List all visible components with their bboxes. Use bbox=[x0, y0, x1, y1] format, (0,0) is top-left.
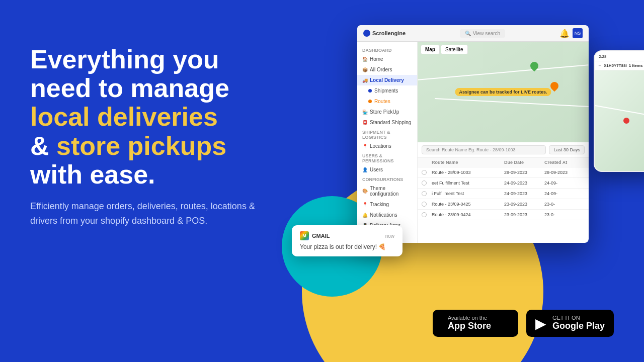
sidebar-item-routes-label: Routes bbox=[374, 99, 390, 104]
sidebar-item-notifications[interactable]: 🔔 Notifications bbox=[357, 210, 417, 220]
routes-table-header: Route Name Due Date Created At bbox=[418, 158, 589, 167]
google-play-text: GET IT ON Google Play bbox=[552, 315, 605, 332]
gmail-message: Your pizza is out for delivery! 🍕 bbox=[300, 243, 394, 250]
table-row[interactable]: Route - 28/09-1003 28-09-2023 28-09-2023 bbox=[418, 167, 589, 178]
google-play-button[interactable]: ▶ GET IT ON Google Play bbox=[526, 310, 614, 337]
sidebar-item-shipments[interactable]: Shipments bbox=[357, 85, 417, 96]
routes-dot bbox=[368, 100, 372, 103]
row-radio[interactable] bbox=[422, 202, 427, 207]
sidebar-item-delivery-label: Local Delivery bbox=[370, 77, 404, 83]
app-store-button[interactable]: Available on the App Store bbox=[433, 310, 518, 337]
sidebar-item-locations-label: Locations bbox=[370, 143, 391, 149]
sidebar-item-store-pickup[interactable]: 🏪 Store PickUp bbox=[357, 107, 417, 117]
gmail-title: M GMAIL bbox=[300, 231, 330, 240]
dashboard-container: Scrollengine 🔍 View search 🔔 NS Dashbo bbox=[357, 25, 624, 243]
col-duedate: Due Date bbox=[504, 160, 544, 165]
locations-icon: 📍 bbox=[362, 144, 367, 149]
sidebar-item-theme-label: Theme configuration bbox=[370, 186, 412, 197]
titlebar-right: 🔔 NS bbox=[559, 28, 583, 38]
sidebar-item-notif-label: Notifications bbox=[370, 212, 397, 218]
sidebar-item-standard-shipping[interactable]: 📮 Standard Shipping bbox=[357, 117, 417, 128]
phone-back-icon[interactable]: ← bbox=[598, 63, 602, 68]
routes-search-input[interactable]: Search Route Name Eg. Route - 28/09-1003 bbox=[422, 145, 546, 154]
phone-map bbox=[595, 70, 644, 171]
sidebar-item-tracking-label: Tracking bbox=[370, 202, 389, 207]
sidebar-item-local-delivery[interactable]: 🚚 Local Delivery bbox=[357, 75, 417, 85]
heading-line5: with ease. bbox=[30, 160, 155, 189]
notification-icon[interactable]: 🔔 bbox=[559, 29, 570, 38]
phone-map-pin bbox=[623, 118, 629, 124]
table-row[interactable]: Route - 23/09-0425 23-09-2023 23-0- bbox=[418, 199, 589, 210]
row-radio[interactable] bbox=[422, 212, 427, 217]
row-due-date: 24-09-2023 bbox=[504, 191, 544, 196]
titlebar-search[interactable]: 🔍 View search bbox=[460, 29, 505, 38]
assignee-banner: Assignee can be tracked for LIVE routes. bbox=[455, 88, 551, 96]
col-checkbox bbox=[422, 160, 432, 165]
row-due-date: 23-09-2023 bbox=[504, 202, 544, 207]
avatar-initials: NS bbox=[575, 31, 581, 36]
sidebar-item-users[interactable]: 👤 Users bbox=[357, 164, 417, 175]
sidebar-item-home-label: Home bbox=[370, 56, 383, 62]
sidebar-item-routes[interactable]: Routes bbox=[357, 96, 417, 107]
app-store-label-large: App Store bbox=[448, 321, 491, 332]
sidebar-item-home[interactable]: 🏠 Home bbox=[357, 54, 417, 64]
table-row[interactable]: i Fulfillment Test 24-09-2023 24-09- bbox=[418, 189, 589, 199]
table-row[interactable]: eet Fulfillment Test 24-09-2023 24-09- bbox=[418, 178, 589, 189]
gmail-notification: M GMAIL now Your pizza is out for delive… bbox=[292, 225, 403, 256]
routes-toolbar: Search Route Name Eg. Route - 28/09-1003… bbox=[418, 142, 589, 158]
sidebar-item-pickup-label: Store PickUp bbox=[370, 109, 399, 115]
dashboard-body: Dashboard 🏠 Home 📦 All Orders 🚚 Local De… bbox=[357, 42, 589, 243]
sidebar-item-locations[interactable]: 📍 Locations bbox=[357, 141, 417, 151]
heading-line4-highlight: store pickups bbox=[56, 131, 226, 160]
phone-items-count: 1 Items bbox=[629, 63, 643, 68]
row-due-date: 24-09-2023 bbox=[504, 180, 544, 186]
row-created-at: 24-09- bbox=[544, 180, 585, 186]
user-avatar: NS bbox=[573, 28, 583, 38]
sidebar-section-config: Configurations bbox=[357, 175, 417, 183]
row-radio[interactable] bbox=[422, 180, 427, 186]
search-icon: 🔍 bbox=[465, 31, 471, 36]
row-radio[interactable] bbox=[422, 170, 427, 175]
sidebar-section-logistics: Shipment & Logistics bbox=[357, 128, 417, 141]
shipments-dot bbox=[368, 89, 372, 93]
sidebar-item-shipments-label: Shipments bbox=[374, 88, 398, 94]
delivery-icon: 🚚 bbox=[362, 78, 367, 83]
app-buttons: Available on the App Store ▶ GET IT ON G… bbox=[433, 310, 614, 337]
map-area: Map Satellite Assignee can be tracked fo… bbox=[418, 42, 589, 142]
sidebar-section-users: Users & Permissions bbox=[357, 151, 417, 164]
background: Everything you need to manage local deli… bbox=[0, 0, 644, 362]
row-due-date: 23-09-2023 bbox=[504, 212, 544, 217]
map-tab-satellite[interactable]: Satellite bbox=[441, 45, 468, 54]
logo-icon bbox=[363, 30, 370, 37]
heading-line1: Everything you bbox=[30, 45, 219, 74]
main-content: Map Satellite Assignee can be tracked fo… bbox=[418, 42, 589, 243]
sidebar-item-all-orders[interactable]: 📦 All Orders bbox=[357, 64, 417, 75]
sidebar-item-theme[interactable]: 🎨 Theme configuration bbox=[357, 183, 417, 199]
phone-time: 2:28 bbox=[599, 54, 607, 59]
date-filter[interactable]: Last 30 Days bbox=[549, 145, 585, 154]
notif-icon: 🔔 bbox=[362, 213, 367, 218]
sidebar-item-tracking[interactable]: 📍 Tracking bbox=[357, 199, 417, 210]
routes-table: Search Route Name Eg. Route - 28/09-1003… bbox=[418, 142, 589, 220]
google-play-label-small: GET IT ON bbox=[552, 315, 605, 321]
row-route-name: Route - 23/09-0424 bbox=[432, 212, 504, 217]
row-created-at: 28-09-2023 bbox=[544, 170, 585, 175]
map-tabs: Map Satellite bbox=[421, 45, 468, 54]
row-radio[interactable] bbox=[422, 191, 427, 196]
row-created-at: 23-0- bbox=[544, 202, 585, 207]
sidebar-section-dashboard: Dashboard bbox=[357, 46, 417, 54]
orders-icon: 📦 bbox=[362, 67, 367, 72]
gmail-sender: GMAIL bbox=[312, 233, 330, 239]
col-createdat: Created At bbox=[544, 160, 585, 165]
table-row[interactable]: Route - 23/09-0424 23-09-2023 23-0- bbox=[418, 210, 589, 220]
heading-line3: local deliveries bbox=[30, 102, 218, 131]
sidebar-item-orders-label: All Orders bbox=[370, 67, 392, 72]
pickup-icon: 🏪 bbox=[362, 110, 367, 115]
row-created-at: 24-09- bbox=[544, 191, 585, 196]
dashboard-window: Scrollengine 🔍 View search 🔔 NS Dashbo bbox=[357, 25, 589, 243]
row-route-name: Route - 23/09-0425 bbox=[432, 202, 504, 207]
heading-line4: & bbox=[30, 131, 56, 160]
map-tab-map[interactable]: Map bbox=[421, 45, 440, 54]
phone-topbar: 2:28 ▊▊ bbox=[595, 51, 644, 61]
tracking-icon: 📍 bbox=[362, 202, 367, 207]
